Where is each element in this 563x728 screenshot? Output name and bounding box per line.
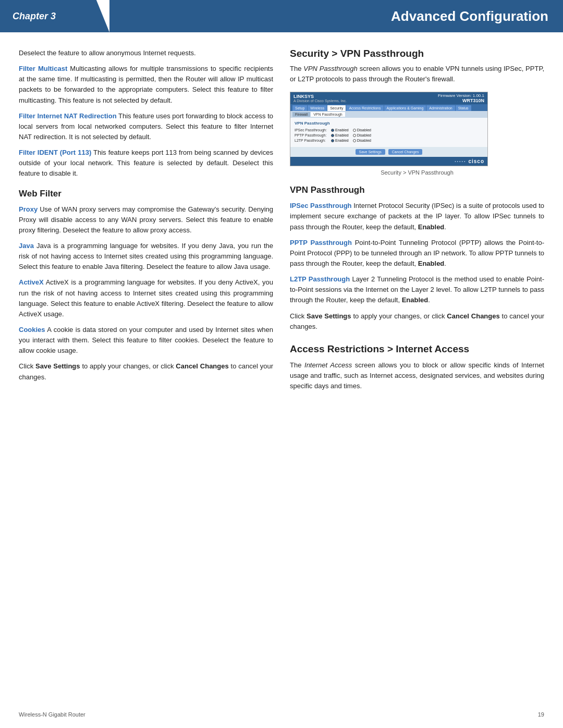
ss-linksys-logo: LINKSYS bbox=[293, 94, 347, 99]
vpn-passthrough-heading: VPN Passthrough bbox=[290, 185, 544, 195]
l2tp-end: . bbox=[428, 296, 430, 304]
access-intro-text-1: The bbox=[290, 361, 304, 369]
access-section-heading: Access Restrictions > Internet Access bbox=[290, 343, 544, 355]
filter-nat-para: Filter Internet NAT Redirection This fea… bbox=[19, 111, 273, 142]
left-save-para: Click Save Settings to apply your change… bbox=[19, 361, 273, 382]
ss-nav-tabs: Setup Wireless Security Access Restricti… bbox=[290, 104, 487, 111]
ss-ipsec-disabled-label: Disabled bbox=[357, 128, 371, 132]
vpn-intro-italic: VPN Passthrough bbox=[303, 65, 358, 72]
vpn-screenshot: LINKSYS A Division of Cisco Systems, Inc… bbox=[290, 92, 488, 166]
ipsec-end: . bbox=[444, 223, 446, 231]
vpn-save-bold-2: Cancel Changes bbox=[447, 312, 499, 320]
ss-firmware: Firmware Version: 1.00.1 bbox=[438, 93, 484, 98]
ss-ipsec-enabled-label: Enabled bbox=[335, 128, 349, 132]
ss-ipsec-enabled: Enabled bbox=[331, 128, 349, 132]
activex-para: ActiveX ActiveX is a programming languag… bbox=[19, 277, 273, 319]
ss-cancel-btn[interactable]: Cancel Changes bbox=[388, 149, 423, 155]
proxy-para: Proxy Use of WAN proxy servers may compr… bbox=[19, 204, 273, 236]
vpn-save-text-2: to apply your changes, or click bbox=[351, 312, 447, 320]
ss-section-title: VPN Passthrough bbox=[295, 121, 483, 126]
left-save-text-1: Click bbox=[19, 362, 35, 370]
l2tp-term: L2TP Passthrough bbox=[290, 275, 350, 283]
pptp-term: PPTP Passthrough bbox=[290, 239, 352, 246]
left-column: Deselect the feature to allow anonymous … bbox=[19, 48, 273, 397]
right-column: Security > VPN Passthrough The VPN Passt… bbox=[290, 48, 544, 397]
screenshot-caption: Security > VPN Passthrough bbox=[290, 169, 544, 176]
ss-pptp-disabled-label: Disabled bbox=[357, 133, 371, 137]
proxy-term: Proxy bbox=[19, 205, 38, 213]
page-header: Chapter 3 Advanced Configuration bbox=[0, 0, 563, 32]
ss-nav-access: Access Restrictions bbox=[346, 105, 383, 111]
ss-pptp-enabled: Enabled bbox=[331, 133, 349, 137]
ss-l2tp-radios: Enabled Disabled bbox=[331, 139, 371, 142]
page-title: Advanced Configuration bbox=[109, 0, 563, 32]
filter-nat-term: Filter Internet NAT Redirection bbox=[19, 112, 117, 120]
intro-para: Deselect the feature to allow anonymous … bbox=[19, 48, 273, 58]
ss-cisco-logo: cisco bbox=[468, 158, 484, 164]
left-save-bold-1: Save Settings bbox=[35, 362, 80, 370]
ss-ipsec-radios: Enabled Disabled bbox=[331, 128, 371, 132]
ss-pptp-radios: Enabled Disabled bbox=[331, 133, 371, 137]
pptp-end: . bbox=[444, 260, 446, 267]
filter-ident-term: Filter IDENT (Port 113) bbox=[19, 149, 91, 156]
ss-sub-logo: A Division of Cisco Systems, Inc. bbox=[293, 99, 347, 103]
java-para: Java Java is a programming language for … bbox=[19, 241, 273, 272]
ss-row-l2tp: L2TP Passthrough: Enabled Disabled bbox=[295, 139, 483, 142]
pptp-bold: Enabled bbox=[418, 260, 445, 267]
ss-sub-vpn: VPN Passthrough bbox=[311, 112, 345, 117]
ss-pptp-disabled-radio bbox=[353, 134, 356, 137]
ss-ipsec-enabled-radio bbox=[331, 129, 334, 132]
ss-pptp-enabled-label: Enabled bbox=[335, 133, 349, 137]
vpn-save-para: Click Save Settings to apply your change… bbox=[290, 311, 544, 332]
content-area: Deselect the feature to allow anonymous … bbox=[0, 48, 563, 417]
java-body: Java is a programming language for websi… bbox=[19, 242, 273, 270]
ss-pptp-enabled-radio bbox=[331, 134, 334, 137]
filter-ident-para: Filter IDENT (Port 113) This feature kee… bbox=[19, 147, 273, 179]
cookies-term: Cookies bbox=[19, 326, 45, 334]
filter-multicast-term: Filter Multicast bbox=[19, 65, 67, 72]
footer-left: Wireless-N Gigabit Router bbox=[19, 711, 85, 718]
vpn-intro: The VPN Passthrough screen allows you to… bbox=[290, 64, 544, 84]
ss-sub-tabs: Firewall VPN Passthrough bbox=[290, 111, 487, 118]
chapter-text: Chapter 3 bbox=[13, 11, 56, 22]
ss-nav-setup: Setup bbox=[292, 105, 307, 111]
web-filter-heading: Web Filter bbox=[19, 189, 273, 199]
ss-pptp-label: PPTP Passthrough: bbox=[295, 133, 331, 137]
java-term: Java bbox=[19, 242, 34, 250]
ipsec-term: IPSec Passthrough bbox=[290, 202, 352, 209]
ss-l2tp-disabled: Disabled bbox=[353, 139, 371, 142]
access-intro-italic: Internet Access bbox=[304, 361, 352, 369]
pptp-para: PPTP Passthrough Point-to-Point Tunnelin… bbox=[290, 238, 544, 269]
ss-ipsec-disabled: Disabled bbox=[353, 128, 371, 132]
ss-firmware-area: Firmware Version: 1.00.1 WRT310N bbox=[438, 93, 484, 103]
ss-save-btn[interactable]: Save Settings bbox=[356, 149, 385, 155]
ss-cisco-bar: ••••• cisco bbox=[290, 157, 487, 166]
ss-model: WRT310N bbox=[438, 98, 484, 103]
vpn-save-bold-1: Save Settings bbox=[307, 312, 351, 320]
activex-body: ActiveX is a programming language for we… bbox=[19, 278, 273, 317]
page-footer: Wireless-N Gigabit Router 19 bbox=[0, 711, 563, 718]
ipsec-para: IPSec Passthrough Internet Protocol Secu… bbox=[290, 201, 544, 232]
footer-right: 19 bbox=[538, 711, 544, 718]
access-intro-para: The Internet Access screen allows you to… bbox=[290, 360, 544, 391]
activex-term: ActiveX bbox=[19, 278, 44, 286]
ss-l2tp-enabled-radio bbox=[331, 139, 334, 142]
title-text: Advanced Configuration bbox=[391, 8, 548, 24]
ss-nav-status: Status bbox=[456, 105, 471, 111]
ss-main-content: VPN Passthrough IPSec Passthrough: Enabl… bbox=[290, 118, 487, 147]
ss-l2tp-disabled-label: Disabled bbox=[357, 139, 371, 142]
ss-sub-firewall: Firewall bbox=[292, 112, 310, 117]
vpn-intro-text-1: The bbox=[290, 65, 303, 72]
ss-nav-apps: Applications & Gaming bbox=[384, 105, 426, 111]
ss-buttons: Save Settings Cancel Changes bbox=[290, 147, 487, 157]
vpn-section-heading: Security > VPN Passthrough bbox=[290, 48, 544, 59]
l2tp-para: L2TP Passthrough Layer 2 Tunneling Proto… bbox=[290, 274, 544, 305]
ss-pptp-disabled: Disabled bbox=[353, 133, 371, 137]
ss-ipsec-label: IPSec Passthrough: bbox=[295, 128, 331, 132]
left-save-text-2: to apply your changes, or click bbox=[80, 362, 176, 370]
l2tp-bold: Enabled bbox=[402, 296, 429, 304]
ss-ipsec-disabled-radio bbox=[353, 129, 356, 132]
ss-top-bar: LINKSYS A Division of Cisco Systems, Inc… bbox=[290, 92, 487, 104]
ss-nav-admin: Administration bbox=[426, 105, 455, 111]
proxy-body: Use of WAN proxy servers may compromise … bbox=[19, 205, 273, 234]
